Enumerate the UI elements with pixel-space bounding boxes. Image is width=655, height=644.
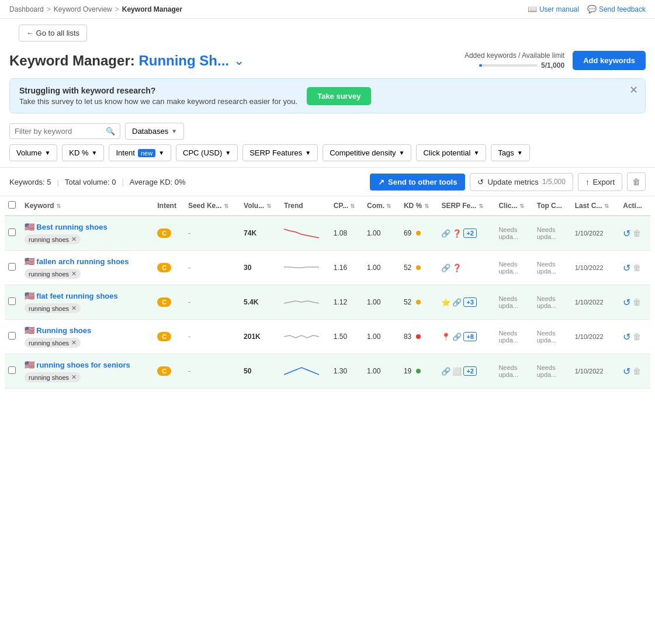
row-checkbox-cell[interactable] xyxy=(5,354,21,389)
tag-remove-icon[interactable]: ✕ xyxy=(71,373,77,381)
tag-remove-icon[interactable]: ✕ xyxy=(71,304,77,312)
row-checkbox[interactable] xyxy=(8,366,16,374)
row-refresh-icon[interactable]: ↺ xyxy=(623,228,630,239)
last-c-cell: Needsupda... xyxy=(533,251,571,285)
date-cell: 1/10/2022 xyxy=(571,320,620,354)
row-checkbox[interactable] xyxy=(8,263,16,271)
tag-remove-icon[interactable]: ✕ xyxy=(71,236,77,243)
databases-filter[interactable]: Databases ▼ xyxy=(125,123,184,140)
row-checkbox[interactable] xyxy=(8,228,16,236)
seed-cell: - xyxy=(185,354,240,389)
keyword-tag: running shoes ✕ xyxy=(25,269,81,279)
dropdown-arrow-icon[interactable]: ⌄ xyxy=(234,53,244,68)
date-cell: 1/10/2022 xyxy=(571,216,620,251)
limit-progress-fill xyxy=(479,64,482,67)
add-keywords-button[interactable]: Add keywords xyxy=(573,51,646,70)
keyword-link[interactable]: Best running shoes xyxy=(36,223,107,231)
row-checkbox-cell[interactable] xyxy=(5,216,21,251)
send-feedback-link[interactable]: 💬 Send feedback xyxy=(587,5,646,13)
row-checkbox-cell[interactable] xyxy=(5,285,21,320)
serp-plus-badge[interactable]: +3 xyxy=(463,297,477,307)
update-metrics-button[interactable]: ↺ Update metrics 1/5,000 xyxy=(470,173,573,191)
serp-sort-icon: ⇅ xyxy=(479,203,483,209)
select-all-header[interactable] xyxy=(5,196,21,216)
com-col-header[interactable]: Com. ⇅ xyxy=(363,196,400,216)
tag-remove-icon[interactable]: ✕ xyxy=(71,270,77,278)
keyword-link[interactable]: Running shoes xyxy=(36,326,91,335)
cpc-cell: 1.08 xyxy=(330,216,363,251)
seedke-sort-icon: ⇅ xyxy=(224,203,228,209)
keyword-search-input[interactable] xyxy=(15,127,102,136)
take-survey-button[interactable]: Take survey xyxy=(307,87,371,105)
page-title-group: Keyword Manager: Running Sh... ⌄ xyxy=(9,53,244,69)
keyword-link[interactable]: flat feet running shoes xyxy=(36,292,117,300)
export-button[interactable]: ↑ Export xyxy=(578,173,622,191)
volume-col-header[interactable]: Volu... ⇅ xyxy=(240,196,280,216)
keyword-col-header[interactable]: Keyword ⇅ xyxy=(21,196,154,216)
search-icon: 🔍 xyxy=(106,127,115,136)
tag-remove-icon[interactable]: ✕ xyxy=(71,339,77,347)
cpc-cell: 1.16 xyxy=(330,251,363,285)
clic-col-header[interactable]: Clic... ⇅ xyxy=(495,196,533,216)
row-delete-icon[interactable]: 🗑 xyxy=(633,366,641,376)
serp-feature-icon: ⭐ xyxy=(441,298,450,307)
volume-cell: 74K xyxy=(240,216,280,251)
cpc-col-header[interactable]: CP... ⇅ xyxy=(330,196,363,216)
banner-subtitle: Take this survey to let us know how we c… xyxy=(19,97,297,106)
row-delete-icon[interactable]: 🗑 xyxy=(633,228,641,238)
intent-col-header[interactable]: Intent xyxy=(154,196,185,216)
last-c-cell: Needsupda... xyxy=(533,320,571,354)
lastc-col-header[interactable]: Last C... ⇅ xyxy=(571,196,620,216)
row-checkbox[interactable] xyxy=(8,332,16,340)
top-c-cell: Needsupda... xyxy=(495,320,533,354)
seed-cell: - xyxy=(185,216,240,251)
keyword-tag: running shoes ✕ xyxy=(25,372,81,382)
seedke-col-header[interactable]: Seed Ke... ⇅ xyxy=(185,196,240,216)
intent-cell: C xyxy=(154,354,185,389)
send-to-tools-button[interactable]: ↗ Send to other tools xyxy=(370,174,465,191)
row-refresh-icon[interactable]: ↺ xyxy=(623,297,630,308)
keyword-cell: 🇺🇸 fallen arch running shoes running sho… xyxy=(21,251,154,285)
row-delete-icon[interactable]: 🗑 xyxy=(633,297,641,307)
serp-plus-badge[interactable]: +2 xyxy=(463,228,477,238)
keyword-link[interactable]: running shoes for seniors xyxy=(36,361,130,369)
cpc-filter[interactable]: CPC (USD) ▼ xyxy=(176,144,238,161)
breadcrumb-dashboard[interactable]: Dashboard xyxy=(9,5,44,13)
serp-plus-badge[interactable]: +2 xyxy=(463,366,477,376)
user-manual-link[interactable]: 📖 User manual xyxy=(528,5,579,13)
comp-density-filter[interactable]: Competitive density ▼ xyxy=(323,144,411,161)
row-delete-icon[interactable]: 🗑 xyxy=(633,263,641,272)
serp-col-header[interactable]: SERP Fe... ⇅ xyxy=(438,196,495,216)
keyword-tag: running shoes ✕ xyxy=(25,303,81,313)
volume-filter[interactable]: Volume ▼ xyxy=(9,144,57,161)
row-refresh-icon[interactable]: ↺ xyxy=(623,331,630,342)
row-delete-icon[interactable]: 🗑 xyxy=(633,332,641,341)
click-potential-filter[interactable]: Click potential ▼ xyxy=(416,144,486,161)
row-refresh-icon[interactable]: ↺ xyxy=(623,366,630,377)
kd-col-header[interactable]: KD % ⇅ xyxy=(400,196,438,216)
table-row: 🇺🇸 flat feet running shoes running shoes… xyxy=(5,285,650,320)
comp-density-arrow-icon: ▼ xyxy=(399,150,405,156)
row-checkbox-cell[interactable] xyxy=(5,320,21,354)
delete-selected-button[interactable]: 🗑 xyxy=(627,172,646,191)
select-all-checkbox[interactable] xyxy=(8,201,16,209)
tags-filter[interactable]: Tags ▼ xyxy=(491,144,529,161)
intent-filter[interactable]: Intent new ▼ xyxy=(109,144,171,161)
breadcrumb-keyword-overview[interactable]: Keyword Overview xyxy=(54,5,112,13)
banner-close-icon[interactable]: ✕ xyxy=(629,85,638,95)
row-refresh-icon[interactable]: ↺ xyxy=(623,262,630,273)
banner-title: Struggling with keyword research? xyxy=(19,86,297,95)
row-actions-cell: ↺ 🗑 xyxy=(619,251,650,285)
go-back-button[interactable]: ← Go to all lists xyxy=(19,25,87,41)
row-checkbox-cell[interactable] xyxy=(5,251,21,285)
serp-plus-badge[interactable]: +8 xyxy=(463,332,477,341)
keyword-link[interactable]: fallen arch running shoes xyxy=(36,257,129,266)
kd-dot xyxy=(416,369,421,373)
serp-filter[interactable]: SERP Features ▼ xyxy=(242,144,318,161)
topc-col-header[interactable]: Top C... xyxy=(533,196,571,216)
keywords-count: Keywords: 5 xyxy=(9,178,51,186)
kd-filter[interactable]: KD % ▼ xyxy=(62,144,104,161)
row-checkbox[interactable] xyxy=(8,297,16,305)
keyword-tag: running shoes ✕ xyxy=(25,234,81,244)
com-cell: 1.00 xyxy=(363,251,400,285)
